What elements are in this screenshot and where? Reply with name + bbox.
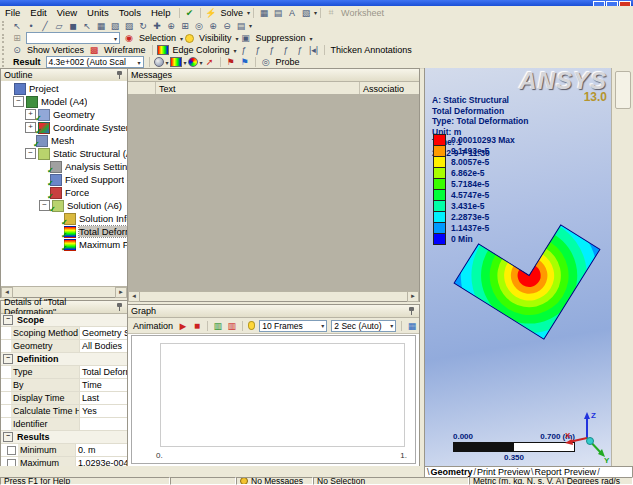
probe-button[interactable]: Probe <box>276 57 300 67</box>
toolbar-icon[interactable]: ↖ <box>81 20 93 31</box>
tree-item[interactable]: − ✓ Solution (A6) <box>1 199 127 212</box>
tab-geometry[interactable]: Geometry <box>430 467 474 477</box>
details-value[interactable]: Yes <box>79 405 127 417</box>
toolbar-icon[interactable]: ▱ <box>53 20 65 31</box>
show-vertices-button[interactable]: Show Vertices <box>27 45 84 55</box>
visibility-menu[interactable]: Visibility <box>199 33 231 43</box>
edge-option-icon[interactable]: ƒ <box>280 45 292 56</box>
tree-expander[interactable]: − <box>13 96 24 107</box>
result-checkbox[interactable] <box>7 446 16 455</box>
result-scale-combobox[interactable]: 4.3e+002 (Auto Scal▾ <box>46 56 144 68</box>
chevron-down-icon[interactable]: ▾ <box>247 9 250 16</box>
toolbar-icon[interactable]: ⊕ <box>207 20 219 31</box>
new-chart-icon[interactable]: ▦ <box>258 7 270 18</box>
tree-item[interactable]: − Model (A4) <box>1 95 127 108</box>
toolbar-icon[interactable]: ◎ <box>193 20 205 31</box>
solve-button[interactable]: Solve <box>221 8 244 18</box>
edge-coloring-button[interactable]: Edge Coloring <box>173 45 230 55</box>
geometry-viewport[interactable]: A: Static StructuralTotal DeformationTyp… <box>424 68 611 466</box>
toolbar-icon[interactable]: • <box>25 20 37 31</box>
named-selection-combobox[interactable]: ▾ <box>26 32 120 44</box>
tree-item[interactable]: + ✓ Geometry <box>1 108 127 121</box>
details-value[interactable]: Last <box>79 392 127 404</box>
orientation-triad[interactable]: Z X Y <box>563 408 611 464</box>
details-value[interactable]: Total Deforma... <box>79 366 127 378</box>
edge-option-icon[interactable]: ƒ <box>238 45 250 56</box>
menu-item[interactable]: Units <box>82 7 114 18</box>
tree-expander[interactable]: − <box>25 148 36 159</box>
image-icon[interactable]: ▧ <box>300 7 312 18</box>
frames-combobox[interactable]: 10 Frames▾ <box>259 320 327 332</box>
tree-item[interactable]: ✓ Mesh <box>1 134 127 147</box>
chevron-down-icon[interactable]: ▾ <box>314 9 317 16</box>
tree-item[interactable]: ✓ Fixed Support <box>1 173 127 186</box>
pin-icon[interactable] <box>116 71 124 80</box>
tree-item[interactable]: ✓ Force <box>1 186 127 199</box>
tree-item[interactable]: Project <box>1 82 127 95</box>
tab-report-preview[interactable]: Report Preview <box>534 467 598 477</box>
edge-option-icon[interactable]: ƒ <box>252 45 264 56</box>
text-annotation-icon[interactable]: A <box>286 7 298 18</box>
pin-icon[interactable] <box>116 303 124 312</box>
selection-menu[interactable]: Selection <box>139 33 176 43</box>
contours-icon[interactable] <box>170 57 182 67</box>
toolbar-icon[interactable]: ↖ <box>11 20 23 31</box>
tab-print-preview[interactable]: Print Preview <box>476 467 531 477</box>
details-value[interactable]: Time <box>79 379 127 391</box>
min-flag-icon[interactable]: ⚑ <box>239 57 251 68</box>
docked-panel-tab[interactable] <box>615 71 631 109</box>
toolbar-icon[interactable]: ▧ <box>109 20 121 31</box>
details-value[interactable] <box>79 418 127 430</box>
edge-option-icon[interactable]: ƒ <box>294 45 306 56</box>
pin-icon[interactable] <box>408 307 416 316</box>
vector-display-icon[interactable]: ➚ <box>204 57 216 68</box>
tree-item[interactable]: ✓ Solution Information <box>1 212 127 225</box>
outline-hscrollbar[interactable]: ◄ ► <box>1 286 127 297</box>
scroll-left-icon[interactable]: ◄ <box>1 287 13 298</box>
section-expander[interactable]: − <box>3 315 13 325</box>
tree-item[interactable]: ✓ Analysis Settings <box>1 160 127 173</box>
suppression-menu[interactable]: Suppression <box>255 33 305 43</box>
menu-item[interactable]: Edit <box>25 7 51 18</box>
play-icon[interactable]: ► <box>177 320 189 331</box>
scroll-left-icon[interactable]: ◄ <box>128 291 140 302</box>
toolbar-icon[interactable]: ▤ <box>235 20 247 31</box>
details-value[interactable]: 0. m <box>75 444 127 456</box>
tree-item[interactable]: − Static Structural (A5) <box>1 147 127 160</box>
toolbar-grip[interactable] <box>2 21 8 30</box>
scroll-right-icon[interactable]: ► <box>115 287 127 298</box>
thicken-annotations-button[interactable]: Thicken Annotations <box>331 45 412 55</box>
grid-time-icon[interactable]: ▥ <box>226 320 238 331</box>
menu-item[interactable]: File <box>0 7 25 18</box>
edge-option-icon[interactable]: ƒ <box>266 45 278 56</box>
scroll-right-icon[interactable]: ► <box>407 291 419 302</box>
toolbar-grip[interactable] <box>2 46 8 55</box>
toolbar-grip[interactable] <box>2 58 8 67</box>
new-figure-icon[interactable]: ▤ <box>272 7 284 18</box>
toolbar-icon[interactable]: ╱ <box>39 20 51 31</box>
toolbar-icon[interactable]: ▦ <box>95 20 107 31</box>
tree-expander[interactable] <box>3 84 12 93</box>
toolbar-icon[interactable]: ⊞ <box>179 20 191 31</box>
section-expander[interactable]: − <box>3 354 13 364</box>
duration-combobox[interactable]: 2 Sec (Auto)▾ <box>331 320 396 332</box>
edge-thickness-icon[interactable]: |◂| <box>308 45 320 56</box>
update-bulb-icon[interactable] <box>248 321 256 330</box>
worksheet-button[interactable]: Worksheet <box>341 8 384 18</box>
stop-icon[interactable]: ■ <box>191 320 203 331</box>
section-expander[interactable]: − <box>3 432 13 442</box>
max-flag-icon[interactable]: ⚑ <box>225 57 237 68</box>
tree-item[interactable]: ✓ Total Deformation <box>1 225 127 238</box>
toolbar-grip[interactable] <box>2 34 8 43</box>
tree-item[interactable]: + ✓ Coordinate Systems <box>1 121 127 134</box>
toolbar-icon[interactable]: ▨ <box>123 20 135 31</box>
geometry-display-icon[interactable] <box>154 57 164 67</box>
messages-hscrollbar[interactable]: ◄ ► <box>128 291 419 301</box>
menu-item[interactable]: View <box>52 7 82 18</box>
toolbar-icon[interactable]: ◼ <box>67 20 79 31</box>
export-icon[interactable]: ▦ <box>406 320 418 331</box>
tree-item[interactable]: ✓ Maximum Principal Elastic <box>1 238 127 251</box>
chevron-down-icon[interactable]: ▾ <box>249 22 252 29</box>
edges-display-icon[interactable] <box>188 57 198 67</box>
details-value[interactable]: All Bodies <box>79 340 127 352</box>
